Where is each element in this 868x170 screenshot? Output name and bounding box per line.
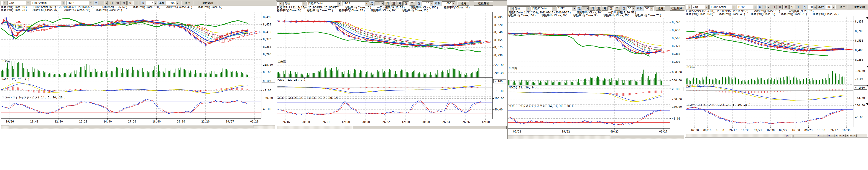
pane-resize-icon[interactable] <box>866 66 868 68</box>
monthly-button[interactable]: 月 <box>121 1 127 5</box>
minute-interval-spinner[interactable]: 5◢ <box>146 1 158 5</box>
chevron-down-icon[interactable]: ▼ <box>3 1 7 5</box>
apply-button[interactable]: 適用 <box>182 1 193 5</box>
scrollbar-track[interactable] <box>1 126 275 129</box>
window-menu-combo[interactable]: ▼ <box>686 5 691 9</box>
tick-button[interactable]: T <box>133 1 139 5</box>
pane-resize-icon[interactable] <box>866 17 868 19</box>
monthly-button[interactable]: 月 <box>602 6 608 11</box>
chevron-down-icon[interactable]: ▼ <box>26 1 30 5</box>
chevron-down-icon[interactable]: ▼ <box>732 5 736 9</box>
chevron-down-icon[interactable]: ▼ <box>279 2 283 5</box>
spinner-grip-icon[interactable]: ◢ <box>650 7 653 10</box>
daily-button[interactable]: 日 <box>385 1 390 6</box>
contract-month-select[interactable]: 11/12▼ <box>342 1 369 6</box>
chevron-down-icon[interactable]: ▼ <box>688 5 691 9</box>
ashi-count-spinner[interactable]: 1◢ <box>582 6 589 11</box>
bar-count-spinner[interactable]: 600◢ <box>644 6 654 11</box>
multi-symbol-button[interactable]: 複数銘柄 <box>474 1 493 6</box>
bar-count-spinner[interactable]: 600◢ <box>166 1 179 5</box>
scrollbar-thumb[interactable] <box>9 126 253 128</box>
scrollbar-track[interactable] <box>686 134 785 137</box>
chart-canvas[interactable]: 8,8508,7008,5508,4008,250180.0070.0021.5… <box>686 16 868 133</box>
bar-count-spinner[interactable]: 600◢ <box>442 1 456 6</box>
slider-thumb[interactable] <box>792 135 794 137</box>
minute-interval-spinner[interactable]: 15◢ <box>422 1 434 6</box>
step-left-button[interactable]: ◀ <box>816 134 820 137</box>
scrollbar-track[interactable] <box>508 135 684 139</box>
pan-mode-button[interactable]: ✚ <box>828 134 831 137</box>
chevron-down-icon[interactable]: ▼ <box>302 2 306 5</box>
ashi-count-spinner[interactable]: 1◢ <box>763 5 771 9</box>
monthly-button[interactable]: 月 <box>397 1 403 6</box>
instrument-type-select[interactable]: 先物▼ <box>691 5 709 9</box>
spinner-grip-icon[interactable]: ◢ <box>452 2 455 5</box>
multi-symbol-button[interactable]: 複数銘柄 <box>852 5 867 9</box>
step-right-button[interactable]: ▶ <box>835 134 838 137</box>
instrument-type-select[interactable]: 先物▼ <box>514 6 530 11</box>
l-mode-button[interactable]: L <box>842 134 846 137</box>
spinner-grip-icon[interactable]: ◢ <box>813 5 816 9</box>
magnifier-button[interactable]: ⊕ <box>849 134 853 137</box>
bar-count-spinner[interactable]: 600◢ <box>825 5 836 9</box>
contract-month-select[interactable]: 11/12▼ <box>737 5 757 9</box>
chevron-down-icon[interactable]: ▼ <box>753 5 757 9</box>
daily-button[interactable]: 日 <box>590 6 595 11</box>
r-mode-button[interactable]: R <box>846 134 849 137</box>
daily-button[interactable]: 日 <box>771 5 776 9</box>
chevron-down-icon[interactable]: ▼ <box>510 7 513 10</box>
tick-button[interactable]: T <box>796 5 801 9</box>
spinner-grip-icon[interactable]: ◢ <box>176 1 179 5</box>
scrollbar-track[interactable] <box>277 126 507 129</box>
minute-button[interactable]: 分 <box>127 1 133 5</box>
spinner-grip-icon[interactable]: ◢ <box>832 5 835 9</box>
instrument-type-select[interactable]: 先物▼ <box>283 1 306 6</box>
spinner-grip-icon[interactable]: ◢ <box>380 2 384 5</box>
multi-symbol-button[interactable]: 複数銘柄 <box>198 1 217 5</box>
ashi-count-spinner[interactable]: 1◢ <box>99 1 108 5</box>
d-mode-button[interactable]: D <box>838 134 842 137</box>
window-menu-combo[interactable]: ▼ <box>277 1 283 6</box>
minute-interval-spinner[interactable]: 60◢ <box>808 5 817 9</box>
spinner-grip-icon[interactable]: ◢ <box>154 1 157 5</box>
chevron-down-icon[interactable]: ▼ <box>526 7 530 10</box>
symbol-select[interactable]: 日経225mini▼ <box>531 6 556 11</box>
apply-button[interactable]: 適用 <box>458 1 469 6</box>
close-button[interactable]: X <box>853 134 857 137</box>
apply-button[interactable]: 適用 <box>656 6 665 11</box>
chevron-down-icon[interactable]: ▼ <box>705 5 709 9</box>
chevron-down-icon[interactable]: ▼ <box>89 1 93 5</box>
zoom-out-button[interactable]: － <box>824 134 828 137</box>
apply-button[interactable]: 適用 <box>838 5 847 9</box>
minute-button[interactable]: 分 <box>403 1 409 6</box>
minute-interval-spinner[interactable]: 30◢ <box>627 6 635 11</box>
contract-month-select[interactable]: 11/12▼ <box>557 6 577 11</box>
weekly-button[interactable]: 週 <box>391 1 396 6</box>
chevron-down-icon[interactable]: ▼ <box>337 2 341 5</box>
scroll-right-button[interactable]: ▶ <box>785 134 789 137</box>
zoom-slider[interactable] <box>789 134 816 137</box>
spinner-grip-icon[interactable]: ◢ <box>585 7 589 10</box>
window-menu-combo[interactable]: ▼ <box>1 1 7 5</box>
minute-button[interactable]: 分 <box>789 5 795 9</box>
spinner-grip-icon[interactable]: ◢ <box>632 7 635 10</box>
weekly-button[interactable]: 週 <box>777 5 783 9</box>
spinner-grip-icon[interactable]: ◢ <box>767 5 770 9</box>
chevron-down-icon[interactable]: ▼ <box>61 1 65 5</box>
ashi-count-spinner[interactable]: 1◢ <box>375 1 384 6</box>
scrollbar-thumb[interactable] <box>352 126 507 129</box>
zoom-in-button[interactable]: ＋ <box>820 134 824 137</box>
chevron-down-icon[interactable]: ▼ <box>365 2 369 5</box>
chevron-down-icon[interactable]: ▼ <box>572 7 576 10</box>
pane-resize-icon[interactable] <box>866 103 868 105</box>
contract-month-select[interactable]: 11/12▼ <box>66 1 93 5</box>
weekly-button[interactable]: 週 <box>115 1 120 5</box>
chevron-down-icon[interactable]: ▼ <box>552 7 556 10</box>
symbol-select[interactable]: 日経225mini▼ <box>307 1 342 6</box>
daily-button[interactable]: 日 <box>109 1 114 5</box>
minute-button[interactable]: 分 <box>608 6 614 11</box>
chart-canvas[interactable]: 8,7408,6508,5608,4708,3808,290950.00350.… <box>508 17 685 134</box>
tick-button[interactable]: T <box>614 6 620 11</box>
weekly-button[interactable]: 週 <box>596 6 601 11</box>
chart-canvas[interactable]: 8,7058,6208,5408,4558,3758,290550.00200.… <box>277 12 507 125</box>
